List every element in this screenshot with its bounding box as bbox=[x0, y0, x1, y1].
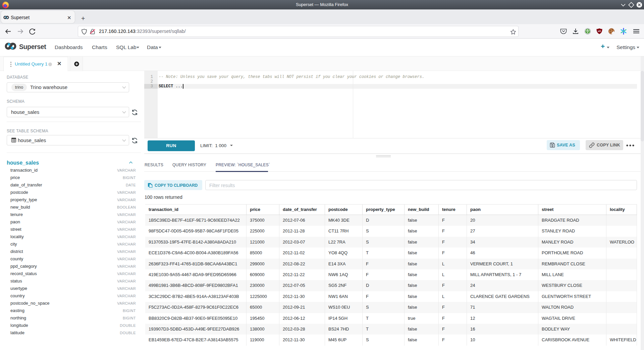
svg-text:uO: uO bbox=[598, 30, 601, 32]
